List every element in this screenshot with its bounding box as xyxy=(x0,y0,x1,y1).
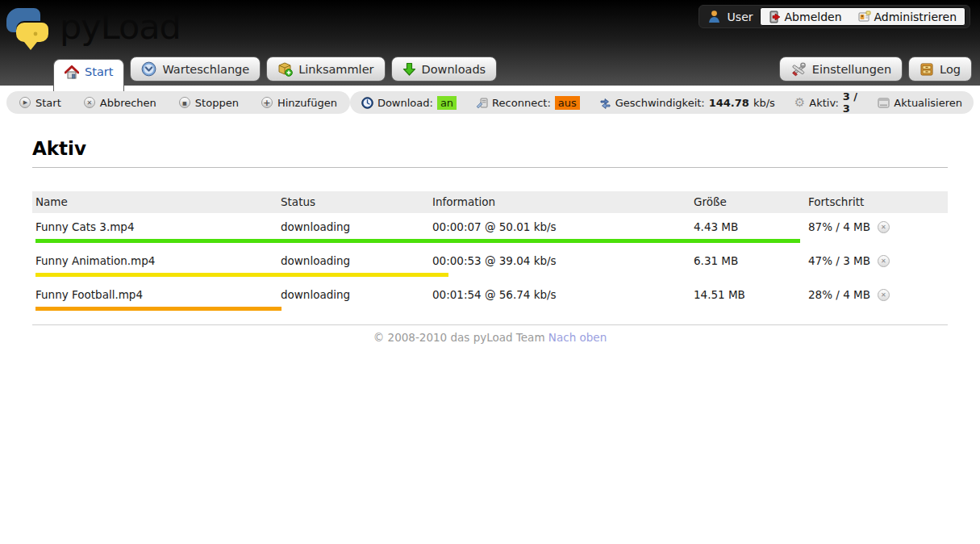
pyload-logo: pyLoad xyxy=(6,2,181,52)
add-label: Hinzufügen xyxy=(277,97,337,109)
queue-clock-icon xyxy=(141,61,156,77)
clock-icon xyxy=(361,97,373,109)
tab-collector[interactable]: Linksammler xyxy=(266,56,385,82)
download-arrow-icon xyxy=(402,62,416,77)
cancel-button[interactable]: Abbrechen xyxy=(84,97,156,109)
user-name: User xyxy=(728,10,753,23)
back-to-top-link[interactable]: Nach oben xyxy=(548,331,607,344)
file-progress-text: 47% / 3 MB xyxy=(808,254,870,267)
file-name: Funny Football.mp4 xyxy=(32,288,277,301)
file-size: 14.51 MB xyxy=(690,288,805,301)
tab-settings[interactable]: Einstellungen xyxy=(779,56,903,82)
file-info: 00:00:07 @ 50.01 kb/s xyxy=(429,220,690,233)
progress-bar xyxy=(35,307,281,311)
home-icon xyxy=(65,65,79,79)
logout-icon xyxy=(769,10,782,23)
column-header-information: Information xyxy=(429,195,690,208)
start-downloads-button[interactable]: Start xyxy=(19,97,61,109)
file-status: downloading xyxy=(277,220,429,233)
column-header-status: Status xyxy=(277,195,429,208)
tab-collector-label: Linksammler xyxy=(298,63,373,76)
file-size: 6.31 MB xyxy=(690,254,805,267)
tab-start[interactable]: Start xyxy=(53,59,124,91)
table-row: Funny Football.mp4 downloading 00:01:54 … xyxy=(32,281,948,311)
page-title: Aktiv xyxy=(32,138,948,159)
file-size: 4.43 MB xyxy=(690,220,805,233)
tab-bar: Start Warteschlange Linksammler xyxy=(53,56,972,86)
progress-bar xyxy=(35,239,800,243)
speed-unit: kb/s xyxy=(753,97,775,109)
reconnect-status-badge: aus xyxy=(555,96,580,110)
add-button[interactable]: Hinzufügen xyxy=(261,97,337,109)
table-header-row: Name Status Information Größe Fortschrit… xyxy=(32,191,948,213)
active-value: 3 / 3 xyxy=(843,90,859,115)
cancel-label: Abbrechen xyxy=(100,97,156,109)
download-status-label: Download: xyxy=(377,97,433,109)
brand-name: pyLoad xyxy=(60,2,181,51)
action-toolbar: Start Abbrechen Stoppen Hinzufügen xyxy=(6,91,350,114)
admin-label: Administrieren xyxy=(874,10,957,23)
status-toolbar: Download: an Reconnect: aus Geschwindigk… xyxy=(350,91,974,114)
reconnect-icon xyxy=(476,97,488,109)
file-info: 00:01:54 @ 56.74 kb/s xyxy=(429,288,690,301)
column-header-progress: Fortschritt xyxy=(805,195,948,208)
reconnect-status[interactable]: Reconnect: aus xyxy=(476,96,580,110)
table-row: Funny Cats 3.mp4 downloading 00:00:07 @ … xyxy=(32,213,948,243)
column-header-size: Größe xyxy=(690,195,805,208)
app-header: pyLoad User Abmelden xyxy=(0,0,980,86)
tab-settings-label: Einstellungen xyxy=(812,63,891,76)
abort-download-icon[interactable] xyxy=(878,255,890,267)
logout-label: Abmelden xyxy=(785,10,842,23)
copyright-text: © 2008-2010 das pyLoad Team xyxy=(373,331,545,344)
file-progress-text: 87% / 4 MB xyxy=(808,220,870,233)
tab-start-label: Start xyxy=(85,65,113,78)
gear-icon: ⚙ xyxy=(794,97,805,109)
reconnect-status-label: Reconnect: xyxy=(492,97,551,109)
abort-download-icon[interactable] xyxy=(878,221,890,233)
tab-queue[interactable]: Warteschlange xyxy=(130,56,261,82)
file-name: Funny Cats 3.mp4 xyxy=(32,220,277,233)
stop-button[interactable]: Stoppen xyxy=(179,97,239,109)
pyload-logo-icon xyxy=(6,2,56,52)
settings-tools-icon xyxy=(790,61,807,77)
refresh-icon xyxy=(878,98,890,108)
log-drawer-icon xyxy=(920,62,934,77)
active-label: Aktiv: xyxy=(809,97,839,109)
logout-button[interactable]: Abmelden xyxy=(761,8,850,25)
download-status[interactable]: Download: an xyxy=(361,96,457,110)
session-button-group: Abmelden Administrieren xyxy=(760,7,965,26)
file-status: downloading xyxy=(277,254,429,267)
main-content: Aktiv Name Status Information Größe Fort… xyxy=(0,138,980,352)
refresh-button[interactable]: Aktualisieren xyxy=(878,97,962,109)
file-status: downloading xyxy=(277,288,429,301)
speed-value: 144.78 xyxy=(709,97,749,109)
column-header-name: Name xyxy=(32,195,277,208)
progress-bar xyxy=(35,273,448,277)
speed-status: Geschwindigkeit: 144.78 kb/s xyxy=(599,97,775,109)
admin-button[interactable]: Administrieren xyxy=(850,8,965,25)
speed-transfer-icon xyxy=(599,97,611,109)
stop-label: Stoppen xyxy=(195,97,239,109)
stop-icon xyxy=(179,97,190,108)
toolbar-row: Start Abbrechen Stoppen Hinzufügen Downl… xyxy=(0,86,980,119)
play-icon xyxy=(19,97,31,108)
package-plus-icon xyxy=(277,61,293,77)
user-area: User Abmelden Administr xyxy=(699,5,970,28)
cancel-icon xyxy=(84,97,95,108)
tab-log[interactable]: Log xyxy=(908,56,972,82)
plus-icon xyxy=(261,97,273,108)
file-progress-text: 28% / 4 MB xyxy=(808,288,870,301)
table-row: Funny Animation.mp4 downloading 00:00:53… xyxy=(32,247,948,277)
tab-downloads[interactable]: Downloads xyxy=(391,56,498,82)
refresh-label: Aktualisieren xyxy=(894,97,962,109)
page-footer: © 2008-2010 das pyLoad Team Nach oben xyxy=(32,324,948,352)
title-divider xyxy=(32,167,948,168)
active-status: ⚙ Aktiv: 3 / 3 xyxy=(794,90,859,115)
admin-icon xyxy=(858,10,871,23)
download-status-badge: an xyxy=(437,96,457,110)
file-name: Funny Animation.mp4 xyxy=(32,254,277,267)
abort-download-icon[interactable] xyxy=(878,289,890,301)
user-icon xyxy=(707,10,721,23)
active-downloads-table: Name Status Information Größe Fortschrit… xyxy=(32,191,948,311)
start-downloads-label: Start xyxy=(35,97,61,109)
